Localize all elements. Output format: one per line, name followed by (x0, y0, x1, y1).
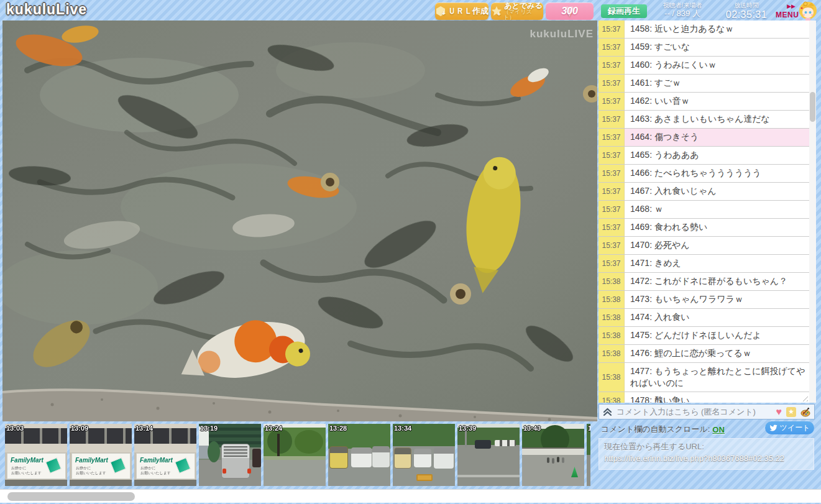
twitter-bird-icon (769, 424, 777, 432)
chat-timestamp: 15:37 (599, 255, 625, 272)
site-logo[interactable]: kukuluLive (6, 1, 87, 18)
viewers-value: -- / 839 人 (664, 9, 700, 19)
chat-timestamp: 15:37 (599, 237, 625, 254)
chat-text: 1474: 入れ食い (625, 309, 809, 326)
chat-message-row: 15:371468: ｗ (599, 201, 809, 219)
video-thumbnail[interactable]: 13:43 (522, 424, 584, 486)
double-chevron-up-icon[interactable] (603, 407, 612, 416)
chat-timestamp: 15:38 (599, 363, 625, 392)
video-thumbnail[interactable]: FamilyMartお静かにお願いいたします13:14 (134, 424, 196, 486)
chat-text: 1468: ｗ (625, 201, 809, 218)
hexagon-plus-icon: + (435, 6, 446, 17)
chat-message-row: 15:381475: どんだけドネほしいんだよ (599, 327, 809, 345)
menu-arrows-icon: ▶▶ (776, 4, 797, 9)
chat-text: 1464: 傷つきそう (625, 129, 809, 146)
horizontal-scrollbar[interactable] (0, 489, 821, 503)
airtime-value: 02:35:31 (726, 9, 767, 21)
thumbnail-image (328, 424, 390, 486)
playback-url-value[interactable]: https://live.erinn.biz/live.php?h8036768… (604, 454, 809, 463)
tweet-label: ツイート (780, 423, 810, 433)
chat-text: 1458: 近いと迫力あるなｗ (625, 21, 809, 38)
heart-icon[interactable]: ♥ (776, 406, 782, 418)
header: kukuluLive + ＵＲＬ作成 + あとでみる （マイリスト） ♥ 300… (0, 0, 821, 21)
airtime-label: 放送時間 (734, 2, 759, 9)
chat-message-row: 15:381476: 鯉の上に恋が乗ってるｗ (599, 345, 809, 363)
video-thumbnail[interactable]: 13:24 (264, 424, 326, 486)
video-thumbnail[interactable]: FamilyMartお静かにお願いいたします13:03 (5, 424, 67, 486)
playback-url-box: 現在位置から再生するURL: https://live.erinn.biz/li… (599, 438, 814, 470)
chat-message-row: 15:371461: すごｗ (599, 75, 809, 93)
thumbnail-timestamp: 13:28 (329, 424, 347, 432)
chat-timestamp: 15:37 (599, 183, 625, 200)
playback-url-label: 現在位置から再生するURL: (604, 441, 809, 452)
horizontal-scrollbar-thumb[interactable] (7, 492, 135, 501)
star-icon[interactable]: ★ (786, 407, 796, 417)
autoscroll-toggle[interactable]: ON (712, 425, 725, 434)
viewers-label: 視聴者/来場者 (663, 2, 702, 9)
chat-timestamp: 15:37 (599, 147, 625, 164)
star-plus-icon: + (491, 6, 502, 17)
video-thumbnail[interactable]: 13:34 (393, 424, 455, 486)
thumbnail-image: FamilyMartお静かにお願いいたします (70, 424, 132, 486)
paint-palette-icon[interactable] (800, 407, 810, 417)
chat-message-row: 15:371462: いい音ｗ (599, 93, 809, 111)
chat-timestamp: 15:38 (599, 345, 625, 362)
chat-timestamp: 15:37 (599, 111, 625, 128)
chat-text: 1461: すごｗ (625, 75, 809, 92)
url-create-button[interactable]: + ＵＲＬ作成 (435, 2, 488, 20)
video-thumbnail[interactable]: 13:28 (328, 424, 390, 486)
thumbnail-timestamp: 13:39 (459, 424, 476, 432)
chat-text: 1459: すごいな (625, 39, 809, 56)
thumbnail-image (587, 424, 590, 486)
thumbnail-timestamp: 13:09 (71, 424, 88, 432)
thumbnail-image (264, 424, 326, 486)
thumbnail-image (457, 424, 520, 486)
autoscroll-label: コメント欄の自動スクロール: (601, 424, 710, 435)
thumbnail-image: FamilyMartお静かにお願いいたします (5, 424, 67, 486)
points-button[interactable]: ♥ 300 (546, 2, 594, 20)
chat-message-row: 15:371463: あさましいもいちゃん達だな (599, 111, 809, 129)
chat-timestamp: 15:38 (599, 291, 625, 308)
chat-message-row: 15:371466: たべられちゃうううううう (599, 165, 809, 183)
kukulu-live-app: kukuluLive + ＵＲＬ作成 + あとでみる （マイリスト） ♥ 300… (0, 0, 821, 504)
chat-message-row: 15:371469: 食われる勢い (599, 219, 809, 237)
thumbnail-timestamp: 13:43 (523, 424, 541, 432)
comment-input[interactable]: コメント入力はこちら (匿名コメント) ♥ ★ (599, 404, 815, 419)
chat-text: 1463: あさましいもいちゃん達だな (625, 111, 809, 128)
watch-later-button[interactable]: + あとでみる （マイリスト） (491, 2, 543, 20)
chat-timestamp: 15:38 (599, 273, 625, 290)
chat-message-row: 15:371471: きめえ (599, 255, 809, 273)
chat-scrollbar[interactable] (809, 21, 816, 403)
thumbnail-timestamp: 13:34 (394, 424, 411, 432)
recorded-playback-badge[interactable]: 録画再生 (601, 4, 647, 18)
video-thumbnail[interactable]: 1 (587, 424, 590, 486)
thumbnail-timestamp: 13:19 (200, 424, 218, 432)
chat-text: 1472: これがドネに群がるもいちゃん？ (625, 273, 809, 290)
chat-message-row: 15:371460: うわみにくいｗ (599, 57, 809, 75)
thumbnail-image (522, 424, 584, 486)
thumbnail-image (393, 424, 455, 486)
chat-text: 1469: 食われる勢い (625, 219, 809, 236)
chat-scrollbar-thumb[interactable] (810, 92, 815, 122)
chat-message-row: 15:371459: すごいな (599, 39, 809, 57)
chat-text: 1470: 必死やん (625, 237, 809, 254)
video-thumbnail[interactable]: 13:39 (457, 424, 520, 486)
chat-message-row: 15:381473: もいちゃんワラワラｗ (599, 291, 809, 309)
url-create-label: ＵＲＬ作成 (448, 6, 488, 17)
avatar[interactable] (798, 1, 818, 21)
menu-button[interactable]: ▶▶ MENU (776, 4, 797, 19)
video-thumbnail[interactable]: 13:19 (199, 424, 261, 486)
chat-message-row: 15:381478: 醜い争い (599, 392, 809, 403)
chat-message-row: 15:381472: これがドネに群がるもいちゃん？ (599, 273, 809, 291)
chat-timestamp: 15:38 (599, 309, 625, 326)
viewer-stats: 視聴者/来場者 -- / 839 人 (651, 2, 713, 18)
tweet-button[interactable]: ツイート (765, 421, 814, 434)
chat-message-list: 15:371458: 近いと迫力あるなｗ15:371459: すごいな15:37… (599, 21, 816, 403)
chat-timestamp: 15:38 (599, 327, 625, 344)
chat-timestamp: 15:37 (599, 165, 625, 182)
chat-message-row: 15:381474: 入れ食い (599, 309, 809, 327)
watch-later-labels: あとでみる （マイリスト） (503, 2, 543, 21)
video-thumbnail[interactable]: FamilyMartお静かにお願いいたします13:09 (70, 424, 132, 486)
video-player[interactable]: kukuluLIVE (2, 21, 597, 421)
chat-timestamp: 15:37 (599, 21, 625, 38)
